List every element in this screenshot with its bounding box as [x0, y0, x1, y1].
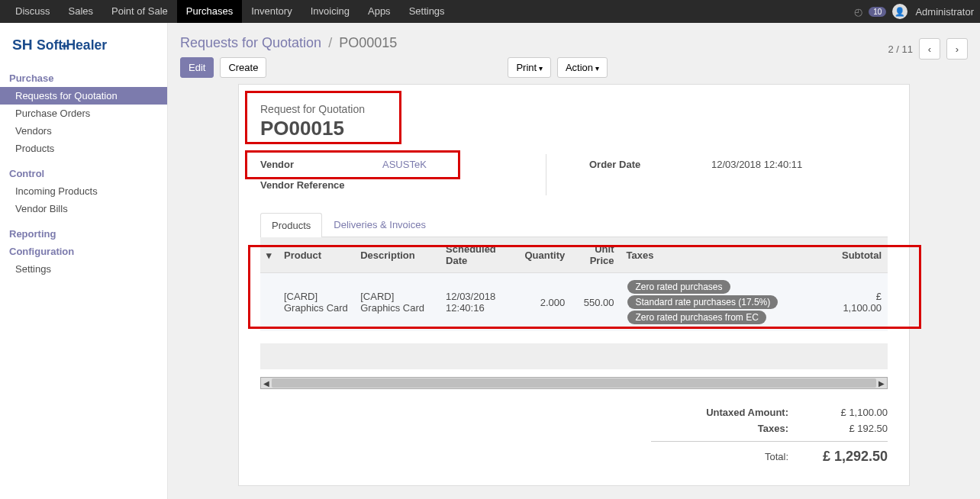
user-menu[interactable]: Administrator	[915, 6, 974, 18]
untaxed-label: Untaxed Amount:	[651, 407, 788, 418]
sidebar-group-control: Control	[0, 165, 167, 182]
sidebar-item-products[interactable]: Products	[0, 140, 167, 157]
vendor-value[interactable]: ASUSTeK	[382, 159, 534, 170]
doc-title: PO00015	[260, 117, 888, 140]
hscrollbar[interactable]: ◀ ▶	[260, 377, 888, 389]
tax-tag: Zero rated purchases	[627, 280, 730, 294]
sidebar-group-reporting: Reporting	[0, 225, 167, 243]
empty-bar	[260, 343, 888, 369]
pager-next[interactable]: ›	[946, 38, 968, 60]
vendor-ref-label: Vendor Reference	[260, 179, 382, 191]
breadcrumb-sep: /	[328, 35, 332, 50]
pager-prev[interactable]: ‹	[919, 38, 940, 60]
top-nav: Discuss Sales Point of Sale Purchases In…	[0, 0, 980, 23]
taxes-value: £ 192.50	[804, 423, 888, 434]
clock-icon[interactable]: ◴	[854, 6, 862, 18]
messages-badge[interactable]: 10	[869, 7, 886, 17]
breadcrumb-link[interactable]: Requests for Quotation	[180, 35, 321, 50]
sidebar-item-po[interactable]: Purchase Orders	[0, 105, 167, 122]
svg-text:SH: SH	[12, 37, 33, 53]
cell-taxes: Zero rated purchases Standard rate purch…	[620, 273, 833, 332]
tax-tag: Standard rate purchases (17.5%)	[627, 295, 778, 309]
scroll-left-icon[interactable]: ◀	[261, 378, 272, 388]
order-date-label: Order Date	[589, 159, 711, 170]
menu-pos[interactable]: Point of Sale	[102, 0, 177, 23]
form-sheet: Request for Quotation PO00015 Vendor ASU…	[238, 84, 910, 486]
menu-sales[interactable]: Sales	[60, 0, 103, 23]
menu-discuss[interactable]: Discuss	[6, 0, 60, 23]
col-unit: Unit Price	[571, 237, 620, 273]
print-button[interactable]: Print	[508, 57, 551, 78]
col-qty: Quantity	[519, 237, 572, 273]
cell-qty: 2.000	[519, 273, 572, 332]
main-content: Requests for Quotation / PO00015 Edit Cr…	[168, 23, 980, 499]
total-label: Total:	[651, 451, 788, 467]
pager-text: 2 / 11	[888, 43, 913, 55]
tab-deliveries[interactable]: Deliveries & Invoices	[322, 212, 437, 237]
svg-rect-4	[62, 45, 68, 47]
sidebar-item-vendor-bills[interactable]: Vendor Bills	[0, 200, 167, 217]
menu-inventory[interactable]: Inventory	[242, 0, 301, 23]
avatar[interactable]: 👤	[892, 4, 907, 19]
logo: SH Soft Healer	[0, 32, 167, 69]
sidebar-group-purchase: Purchase	[0, 69, 167, 87]
col-subtotal: Subtotal	[833, 237, 888, 273]
col-product: Product	[278, 237, 354, 273]
sidebar-item-incoming[interactable]: Incoming Products	[0, 182, 167, 200]
cell-scheduled: 12/03/2018 12:40:16	[440, 273, 518, 332]
tab-products[interactable]: Products	[260, 213, 322, 237]
col-toggle[interactable]: ▾	[260, 237, 278, 273]
order-date-value: 12/03/2018 12:40:11	[711, 159, 888, 170]
menu-apps[interactable]: Apps	[359, 0, 400, 23]
cell-description: [CARD] Graphics Card	[354, 273, 440, 332]
main-menu: Discuss Sales Point of Sale Purchases In…	[6, 0, 454, 23]
vendor-label: Vendor	[260, 159, 382, 170]
sidebar-item-config-settings[interactable]: Settings	[0, 260, 167, 278]
col-scheduled: Scheduled Date	[440, 237, 518, 273]
totals: Untaxed Amount: £ 1,100.00 Taxes: £ 192.…	[651, 404, 888, 467]
sidebar-item-vendors[interactable]: Vendors	[0, 122, 167, 140]
col-description: Description	[354, 237, 440, 273]
menu-invoicing[interactable]: Invoicing	[301, 0, 359, 23]
cell-unit: 550.00	[571, 273, 620, 332]
cell-product: [CARD] Graphics Card	[278, 273, 354, 332]
menu-settings[interactable]: Settings	[400, 0, 454, 23]
sidebar-item-rfq[interactable]: Requests for Quotation	[0, 87, 167, 105]
menu-purchases[interactable]: Purchases	[177, 0, 242, 23]
sidebar-group-configuration: Configuration	[0, 243, 167, 260]
total-value: £ 1,292.50	[804, 449, 888, 465]
sidebar: SH Soft Healer Purchase Requests for Quo…	[0, 23, 168, 499]
scroll-right-icon[interactable]: ▶	[876, 378, 887, 388]
table-row[interactable]: [CARD] Graphics Card [CARD] Graphics Car…	[260, 273, 888, 332]
col-taxes: Taxes	[620, 237, 833, 273]
svg-text:Healer: Healer	[66, 37, 107, 53]
order-lines-table: ▾ Product Description Scheduled Date Qua…	[260, 237, 888, 331]
untaxed-value: £ 1,100.00	[804, 407, 888, 418]
cell-subtotal: £ 1,100.00	[833, 273, 888, 332]
svg-text:Soft: Soft	[37, 37, 63, 53]
doc-subtitle: Request for Quotation	[260, 103, 888, 115]
action-button[interactable]: Action	[557, 57, 608, 78]
breadcrumb-current: PO00015	[339, 35, 397, 50]
tax-tag: Zero rated purchases from EC	[627, 311, 766, 324]
vendor-ref-value	[382, 179, 534, 191]
scroll-thumb[interactable]	[272, 378, 876, 388]
breadcrumb: Requests for Quotation / PO00015	[180, 35, 608, 51]
edit-button[interactable]: Edit	[180, 57, 214, 78]
taxes-label: Taxes:	[651, 423, 788, 434]
create-button[interactable]: Create	[220, 57, 266, 78]
